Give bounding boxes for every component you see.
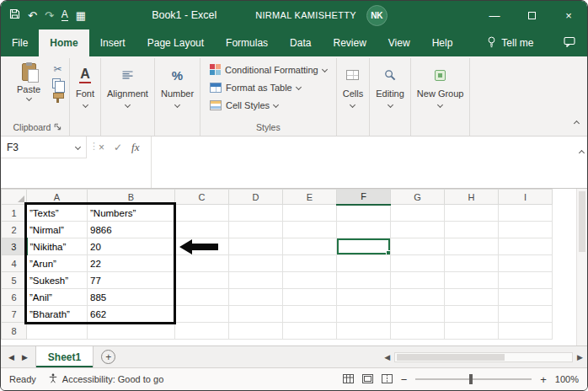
zoom-in-button[interactable]: + xyxy=(540,373,547,386)
tab-data[interactable]: Data xyxy=(279,29,322,56)
cell[interactable] xyxy=(445,306,499,323)
scroll-right-icon[interactable]: ▶ xyxy=(577,353,583,362)
minimize-button[interactable]: — xyxy=(476,1,513,29)
cell[interactable] xyxy=(229,222,283,238)
cell[interactable] xyxy=(229,255,283,272)
row-header-6[interactable]: 6 xyxy=(2,289,27,306)
tab-view[interactable]: View xyxy=(377,29,421,56)
avatar[interactable]: NK xyxy=(366,5,388,26)
underline-icon[interactable]: A xyxy=(61,9,68,21)
zoom-slider-thumb[interactable] xyxy=(469,374,473,384)
normal-view-icon[interactable] xyxy=(343,374,354,385)
tab-insert[interactable]: Insert xyxy=(89,29,136,56)
cell-styles-button[interactable]: Cell Styles xyxy=(206,96,281,114)
collapse-ribbon-button[interactable] xyxy=(575,114,579,129)
cell[interactable] xyxy=(391,222,445,238)
cell[interactable] xyxy=(391,306,445,323)
cell[interactable] xyxy=(391,323,445,340)
formula-input[interactable] xyxy=(151,137,574,188)
cell[interactable] xyxy=(175,255,229,272)
cell[interactable] xyxy=(499,222,553,238)
zoom-level[interactable]: 100% xyxy=(555,374,579,384)
cell[interactable] xyxy=(499,272,553,289)
scroll-left-icon[interactable]: ◀ xyxy=(384,353,390,362)
cell[interactable] xyxy=(337,205,391,222)
user-name[interactable]: NIRMAL KAMISHETTY xyxy=(255,10,356,20)
cell[interactable] xyxy=(445,222,499,238)
cell[interactable] xyxy=(175,238,229,255)
cell-F3-selected[interactable] xyxy=(337,238,391,255)
row-header-4[interactable]: 4 xyxy=(2,255,27,272)
cell-B2[interactable]: 9866 xyxy=(88,222,175,238)
table-grid-icon[interactable]: ▦ xyxy=(76,10,86,21)
cell[interactable] xyxy=(283,306,337,323)
cell[interactable] xyxy=(88,323,175,340)
sheet-tab-sheet1[interactable]: Sheet1 xyxy=(35,346,94,367)
maximize-button[interactable] xyxy=(513,1,550,29)
cell[interactable] xyxy=(499,205,553,222)
tell-me[interactable]: Tell me xyxy=(487,29,533,56)
cell[interactable] xyxy=(391,272,445,289)
save-icon[interactable] xyxy=(9,8,20,23)
cell[interactable] xyxy=(337,306,391,323)
tab-help[interactable]: Help xyxy=(421,29,464,56)
row-header-8[interactable]: 8 xyxy=(2,323,27,340)
close-button[interactable]: × xyxy=(550,1,587,29)
cell-A3[interactable]: ”Nikitha” xyxy=(27,238,88,255)
cell[interactable] xyxy=(229,205,283,222)
col-header-E[interactable]: E xyxy=(283,190,337,205)
cell[interactable] xyxy=(445,205,499,222)
ribbon-group-cells[interactable]: Cells xyxy=(337,58,370,136)
cancel-icon[interactable]: × xyxy=(99,142,104,153)
col-header-A[interactable]: A xyxy=(27,190,88,205)
undo-icon[interactable]: ↶ xyxy=(28,10,37,21)
select-all-corner[interactable] xyxy=(2,190,27,205)
cell[interactable] xyxy=(229,238,283,255)
cell[interactable] xyxy=(499,255,553,272)
col-header-G[interactable]: G xyxy=(391,190,445,205)
cell[interactable] xyxy=(283,289,337,306)
cell-B5[interactable]: 77 xyxy=(88,272,175,289)
cell[interactable] xyxy=(445,323,499,340)
clipboard-dialog-launcher-icon[interactable] xyxy=(54,122,61,132)
prev-sheet-icon[interactable]: ◀ xyxy=(8,353,14,362)
cell-A7[interactable]: ”Bharath” xyxy=(27,306,88,323)
tab-page-layout[interactable]: Page Layout xyxy=(136,29,215,56)
cell[interactable] xyxy=(499,289,553,306)
tab-home[interactable]: Home xyxy=(39,29,88,56)
ribbon-group-number[interactable]: % Number xyxy=(155,58,200,136)
row-header-3[interactable]: 3 xyxy=(2,238,27,255)
cell[interactable] xyxy=(283,205,337,222)
cell[interactable] xyxy=(391,289,445,306)
copy-icon[interactable] xyxy=(52,78,61,88)
cell-B6[interactable]: 885 xyxy=(88,289,175,306)
cell[interactable] xyxy=(175,306,229,323)
cell[interactable] xyxy=(499,323,553,340)
cell[interactable] xyxy=(445,238,499,255)
col-header-I[interactable]: I xyxy=(499,190,553,205)
cell[interactable] xyxy=(337,289,391,306)
row-header-5[interactable]: 5 xyxy=(2,272,27,289)
col-header-D[interactable]: D xyxy=(229,190,283,205)
cell[interactable] xyxy=(229,323,283,340)
cell-B3[interactable]: 20 xyxy=(88,238,175,255)
tab-file[interactable]: File xyxy=(1,29,39,56)
add-sheet-button[interactable]: + xyxy=(101,350,115,364)
col-header-F[interactable]: F xyxy=(337,190,391,205)
name-box[interactable]: F3 xyxy=(1,137,87,158)
col-header-C[interactable]: C xyxy=(175,190,229,205)
cell[interactable] xyxy=(337,323,391,340)
page-layout-view-icon[interactable] xyxy=(362,374,373,385)
cell[interactable] xyxy=(499,306,553,323)
cell[interactable] xyxy=(175,222,229,238)
cell[interactable] xyxy=(445,255,499,272)
next-sheet-icon[interactable]: ▶ xyxy=(22,353,28,362)
vertical-scrollbar[interactable] xyxy=(576,189,587,345)
insert-function-icon[interactable]: fx xyxy=(131,141,139,154)
accessibility-status[interactable]: Accessibility: Good to go xyxy=(48,373,163,385)
zoom-slider[interactable] xyxy=(415,378,532,380)
cell[interactable] xyxy=(391,205,445,222)
cell-A2[interactable]: ”Nirmal” xyxy=(27,222,88,238)
cell[interactable] xyxy=(283,255,337,272)
comment-button[interactable] xyxy=(564,29,587,56)
